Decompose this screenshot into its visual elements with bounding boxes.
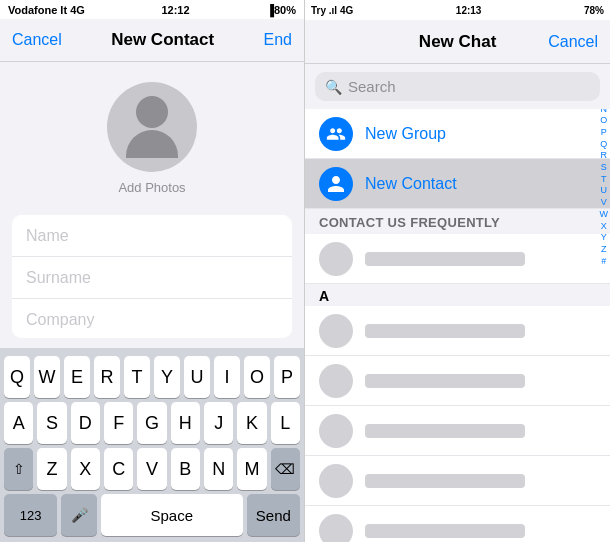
left-battery: ▐80% bbox=[266, 4, 296, 16]
frequent-contact-1[interactable] bbox=[305, 234, 610, 284]
key-k[interactable]: K bbox=[237, 402, 266, 444]
delete-key[interactable]: ⌫ bbox=[271, 448, 300, 490]
key-q[interactable]: Q bbox=[4, 356, 30, 398]
key-a[interactable]: A bbox=[4, 402, 33, 444]
key-u[interactable]: U bbox=[184, 356, 210, 398]
contact-a-1[interactable] bbox=[305, 306, 610, 356]
search-input[interactable] bbox=[348, 78, 590, 95]
key-l[interactable]: L bbox=[271, 402, 300, 444]
alpha-t[interactable]: T bbox=[600, 173, 609, 185]
contact-a-4[interactable] bbox=[305, 456, 610, 506]
right-cancel-button[interactable]: Cancel bbox=[548, 33, 598, 51]
key-b[interactable]: B bbox=[171, 448, 200, 490]
frequently-section-header: CONTACT US FREQUENTLY bbox=[305, 209, 610, 234]
key-r[interactable]: R bbox=[94, 356, 120, 398]
avatar-circle[interactable] bbox=[107, 82, 197, 172]
key-t[interactable]: T bbox=[124, 356, 150, 398]
new-group-label: New Group bbox=[365, 125, 446, 143]
mic-key[interactable]: 🎤 bbox=[61, 494, 97, 536]
company-field-row bbox=[12, 299, 292, 338]
right-nav-bar: New Chat Cancel bbox=[305, 20, 610, 64]
alpha-s[interactable]: S bbox=[600, 162, 609, 174]
person-svg-icon bbox=[326, 174, 346, 194]
key-f[interactable]: F bbox=[104, 402, 133, 444]
key-p[interactable]: P bbox=[274, 356, 300, 398]
key-d[interactable]: D bbox=[71, 402, 100, 444]
shift-key[interactable]: ⇧ bbox=[4, 448, 33, 490]
contact-name-ph-a2 bbox=[365, 374, 525, 388]
alpha-v[interactable]: V bbox=[600, 197, 609, 209]
numbers-key[interactable]: 123 bbox=[4, 494, 57, 536]
key-o[interactable]: O bbox=[244, 356, 270, 398]
key-c[interactable]: C bbox=[104, 448, 133, 490]
alpha-p[interactable]: P bbox=[600, 127, 609, 139]
right-panel-inner: New Group New Contact CONTACT US FREQUEN… bbox=[305, 109, 610, 542]
send-key[interactable]: Send bbox=[247, 494, 300, 536]
group-svg-icon bbox=[326, 124, 346, 144]
right-nav-title: New Chat bbox=[419, 32, 496, 52]
avatar-section: Add Photos bbox=[0, 62, 304, 205]
company-input[interactable] bbox=[26, 311, 278, 329]
contact-avatar-ph-a5 bbox=[319, 514, 353, 543]
key-w[interactable]: W bbox=[34, 356, 60, 398]
alpha-w[interactable]: W bbox=[600, 208, 609, 220]
contact-name-placeholder bbox=[365, 252, 525, 266]
key-v[interactable]: V bbox=[137, 448, 166, 490]
new-contact-label: New Contact bbox=[365, 175, 457, 193]
avatar-body bbox=[126, 130, 178, 158]
key-z[interactable]: Z bbox=[37, 448, 66, 490]
alpha-z[interactable]: Z bbox=[600, 243, 609, 255]
surname-input[interactable] bbox=[26, 269, 278, 287]
add-photos-label[interactable]: Add Photos bbox=[118, 180, 185, 195]
key-g[interactable]: G bbox=[137, 402, 166, 444]
contact-a-2[interactable] bbox=[305, 356, 610, 406]
alpha-q[interactable]: Q bbox=[600, 138, 609, 150]
avatar-person-icon bbox=[126, 96, 178, 158]
key-j[interactable]: J bbox=[204, 402, 233, 444]
contact-form bbox=[12, 215, 292, 338]
right-status-bar: Try .ıl 4G 12:13 78% bbox=[305, 0, 610, 20]
new-contact-item[interactable]: New Contact bbox=[305, 159, 610, 209]
key-n[interactable]: N bbox=[204, 448, 233, 490]
contact-name-ph-a3 bbox=[365, 424, 525, 438]
alpha-o[interactable]: O bbox=[600, 115, 609, 127]
alpha-r[interactable]: R bbox=[600, 150, 609, 162]
key-y[interactable]: Y bbox=[154, 356, 180, 398]
keyboard-row-2: A S D F G H J K L bbox=[0, 402, 304, 448]
key-i[interactable]: I bbox=[214, 356, 240, 398]
name-input[interactable] bbox=[26, 227, 278, 245]
right-battery: 78% bbox=[584, 5, 604, 16]
a-section-header: A bbox=[305, 284, 610, 306]
key-e[interactable]: E bbox=[64, 356, 90, 398]
space-key[interactable]: Space bbox=[101, 494, 243, 536]
alpha-y[interactable]: Y bbox=[600, 232, 609, 244]
key-m[interactable]: M bbox=[237, 448, 266, 490]
keyboard-row-1: Q W E R T Y U I O P bbox=[0, 348, 304, 402]
keyboard-row-4: 123 🎤 Space Send bbox=[0, 494, 304, 542]
left-status-bar: Vodafone It 4G 12:12 ▐80% bbox=[0, 0, 304, 19]
alpha-x[interactable]: X bbox=[600, 220, 609, 232]
key-s[interactable]: S bbox=[37, 402, 66, 444]
right-carrier: Try .ıl 4G bbox=[311, 5, 353, 16]
alpha-u[interactable]: U bbox=[600, 185, 609, 197]
keyboard-row-3: ⇧ Z X C V B N M ⌫ bbox=[0, 448, 304, 494]
new-group-item[interactable]: New Group bbox=[305, 109, 610, 159]
end-button[interactable]: End bbox=[264, 31, 292, 49]
left-carrier: Vodafone It 4G bbox=[8, 4, 85, 16]
key-x[interactable]: X bbox=[71, 448, 100, 490]
left-nav-title: New Contact bbox=[111, 30, 214, 50]
contact-a-3[interactable] bbox=[305, 406, 610, 456]
search-bar: 🔍 bbox=[305, 64, 610, 109]
keyboard: Q W E R T Y U I O P A S D F G H J K L ⇧ … bbox=[0, 348, 304, 542]
contact-a-5[interactable] bbox=[305, 506, 610, 542]
right-time: 12:13 bbox=[456, 5, 482, 16]
contacts-list: New Group New Contact CONTACT US FREQUEN… bbox=[305, 109, 610, 542]
name-field-row bbox=[12, 215, 292, 257]
contact-name-ph-a5 bbox=[365, 524, 525, 538]
alphabet-bar[interactable]: A B C D E F G H I J K L M N O P Q R S T … bbox=[598, 109, 611, 326]
cancel-button[interactable]: Cancel bbox=[12, 31, 62, 49]
alpha-hash[interactable]: # bbox=[600, 255, 609, 267]
contact-avatar-ph-a4 bbox=[319, 464, 353, 498]
search-icon: 🔍 bbox=[325, 79, 342, 95]
key-h[interactable]: H bbox=[171, 402, 200, 444]
